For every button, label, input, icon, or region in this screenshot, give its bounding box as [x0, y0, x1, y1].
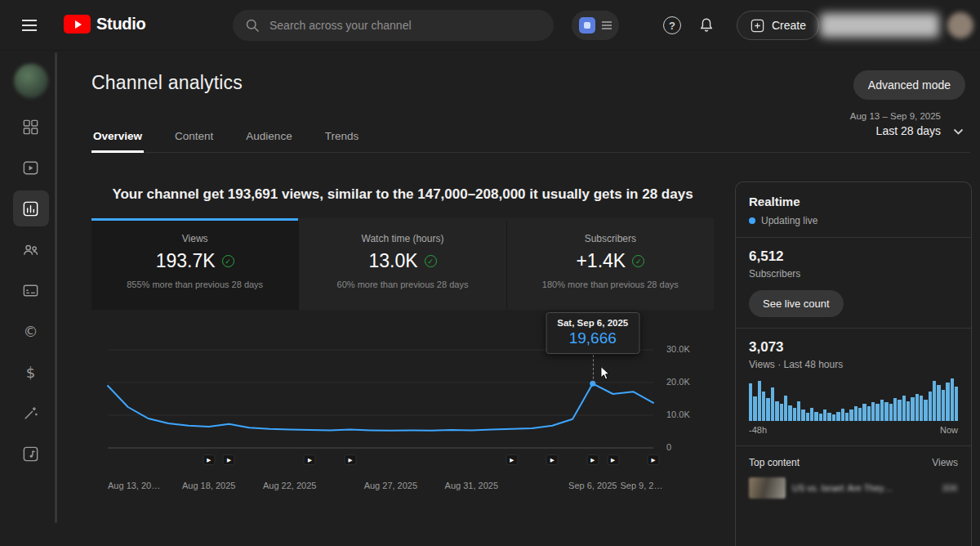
studio-mode-icon — [579, 17, 595, 34]
layout-toggle[interactable] — [572, 11, 619, 40]
video-publish-marker[interactable]: ▶ — [203, 454, 215, 465]
subtitles-icon — [21, 281, 40, 300]
y-axis-tick: 30.0K — [666, 344, 690, 354]
realtime-bar — [871, 402, 875, 421]
help-button[interactable]: ? — [663, 16, 681, 34]
realtime-bar — [797, 401, 800, 421]
analytics-tabs: Overview Content Audience Trends — [91, 126, 970, 153]
date-range-picker[interactable]: Aug 13 – Sep 9, 2025 Last 28 days — [850, 111, 967, 137]
metric-label: Watch time (hours) — [299, 233, 506, 244]
sidebar-item-content[interactable] — [13, 150, 49, 186]
check-circle-icon: ✓ — [632, 255, 644, 267]
video-publish-marker[interactable]: ▶ — [648, 454, 660, 465]
analytics-icon — [21, 199, 40, 218]
realtime-bar — [801, 410, 804, 421]
tab-label: Audience — [246, 130, 292, 142]
create-plus-icon — [750, 18, 765, 34]
realtime-bar — [880, 400, 884, 421]
divider — [736, 237, 971, 238]
x-axis-label: Sep 9, 2… — [620, 481, 662, 490]
sidebar-item-subtitles[interactable] — [13, 272, 49, 308]
realtime-bar — [775, 401, 778, 421]
tab-content[interactable]: Content — [173, 126, 215, 152]
video-publish-marker[interactable]: ▶ — [546, 454, 559, 465]
realtime-bar — [862, 404, 866, 421]
sidebar-item-copyright[interactable]: © — [13, 313, 49, 349]
sidebar-item-customization[interactable] — [13, 395, 49, 431]
divider — [736, 328, 971, 329]
tab-overview[interactable]: Overview — [91, 126, 144, 152]
search-input[interactable] — [270, 19, 542, 32]
metric-value: +1.4K — [576, 250, 626, 272]
realtime-bar — [854, 406, 858, 421]
realtime-bar — [780, 404, 783, 421]
realtime-bar — [937, 385, 940, 421]
sidebar-item-dashboard[interactable] — [13, 109, 49, 145]
realtime-panel: Realtime Updating live 6,512 Subscribers… — [735, 181, 972, 546]
realtime-subscribers-value: 6,512 — [749, 248, 958, 265]
date-range: Aug 13 – Sep 9, 2025 — [850, 111, 941, 121]
metric-card-subscribers[interactable]: Subscribers +1.4K ✓ 180% more than previ… — [506, 218, 714, 310]
tab-trends[interactable]: Trends — [323, 126, 361, 152]
channel-search — [233, 10, 554, 41]
check-circle-icon: ✓ — [222, 255, 234, 267]
video-views-redacted: 30K — [942, 483, 958, 493]
realtime-bar — [898, 400, 901, 421]
realtime-bar — [758, 381, 761, 421]
notifications-button[interactable] — [697, 16, 715, 35]
metric-card-views[interactable]: Views 193.7K ✓ 855% more than previous 2… — [91, 218, 298, 310]
check-circle-icon: ✓ — [425, 255, 437, 267]
hamburger-icon — [21, 19, 38, 32]
sidebar-item-earn[interactable]: $ — [13, 354, 49, 390]
bell-icon — [697, 16, 715, 35]
page-title: Channel analytics — [91, 72, 243, 94]
x-axis-label: Sep 6, 2025 — [568, 481, 617, 490]
advanced-mode-button[interactable]: Advanced mode — [853, 70, 965, 100]
studio-logo[interactable]: Studio — [64, 15, 145, 34]
realtime-bar — [806, 413, 809, 421]
video-thumbnail — [749, 477, 786, 499]
tab-audience[interactable]: Audience — [244, 126, 293, 152]
video-publish-marker[interactable]: ▶ — [586, 454, 599, 465]
summary-headline: Your channel get 193,691 views, similar … — [99, 183, 707, 205]
sidebar-scrollbar[interactable] — [55, 52, 57, 523]
realtime-status: Updating live — [761, 215, 817, 226]
realtime-bar — [858, 408, 862, 421]
sidebar-item-audio-library[interactable] — [13, 436, 49, 472]
account-avatar — [947, 12, 973, 38]
channel-avatar[interactable] — [14, 64, 48, 98]
create-button[interactable]: Create — [737, 11, 819, 40]
video-publish-marker[interactable]: ▶ — [506, 454, 518, 465]
video-publish-marker[interactable]: ▶ — [223, 454, 235, 465]
x-axis-label: Aug 27, 2025 — [364, 481, 417, 490]
axis-left-label: -48h — [749, 425, 767, 435]
top-content-row[interactable]: US vs. Israel: Are They… 30K — [749, 477, 958, 499]
studio-logo-text: Studio — [96, 15, 145, 34]
audio-library-icon — [21, 445, 40, 463]
realtime-bar — [762, 392, 765, 421]
realtime-bar — [889, 404, 893, 421]
realtime-bar — [920, 396, 923, 421]
video-publish-marker[interactable]: ▶ — [607, 454, 619, 465]
x-axis-label: Aug 13, 20… — [108, 481, 160, 490]
list-icon — [601, 20, 612, 30]
metric-value: 193.7K — [156, 250, 216, 272]
video-publish-marker[interactable]: ▶ — [344, 454, 356, 465]
account-menu[interactable] — [820, 12, 973, 38]
chart-tooltip: Sat, Sep 6, 2025 19,666 — [546, 312, 639, 354]
y-axis-tick: 10.0K — [666, 410, 690, 419]
metric-card-watch-time[interactable]: Watch time (hours) 13.0K ✓ 60% more than… — [298, 218, 506, 310]
sidebar-item-analytics[interactable] — [13, 190, 49, 226]
x-axis-label: Aug 22, 2025 — [263, 481, 316, 490]
sidebar-item-community[interactable] — [13, 231, 49, 267]
sidebar: © $ — [0, 51, 61, 546]
tooltip-connector — [593, 355, 594, 383]
dollar-icon: $ — [26, 364, 35, 381]
see-live-count-button[interactable]: See live count — [749, 290, 844, 317]
youtube-studio-app: Studio ? Create — [0, 0, 980, 546]
hamburger-menu-button[interactable] — [21, 19, 38, 32]
video-publish-marker[interactable]: ▶ — [304, 454, 316, 465]
realtime-bar — [766, 398, 769, 421]
realtime-bar — [819, 414, 822, 421]
topbar: Studio ? Create — [0, 0, 980, 51]
